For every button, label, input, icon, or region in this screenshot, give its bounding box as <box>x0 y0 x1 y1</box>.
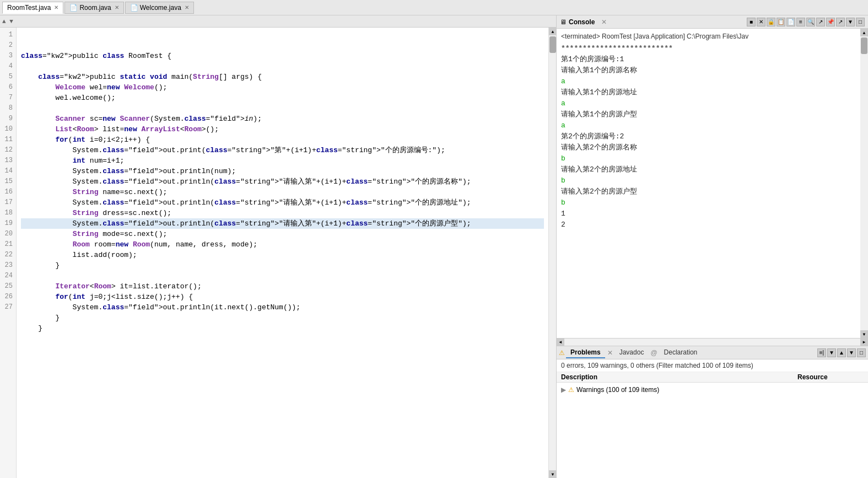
prob-btn-collapse[interactable]: ▼ <box>827 348 836 357</box>
code-line-10: System.class="field">out.print(class="st… <box>21 145 544 155</box>
line-number-21: 21 <box>3 239 13 250</box>
problems-content: ▶ ⚠ Warnings (100 of 109 items) <box>557 383 868 478</box>
prob-btn-minimize[interactable]: ▼ <box>847 348 856 357</box>
problems-summary: 0 errors, 109 warnings, 0 others (Filter… <box>557 359 868 372</box>
editor-vscrollbar[interactable]: ▲ ▼ <box>548 28 556 478</box>
tab-room-icon: 📄 <box>69 4 78 12</box>
problems-table-header: Description Resource <box>557 372 868 383</box>
code-line-17: System.class="field">out.println(class="… <box>21 218 544 229</box>
line-numbers: 1234567891011121314151617181920212223242… <box>0 28 17 478</box>
tab-room[interactable]: 📄 Room.java ✕ <box>64 2 123 14</box>
prob-btn-filter[interactable]: ≡| <box>817 348 826 357</box>
tab-welcome-close[interactable]: ✕ <box>185 4 189 10</box>
line-number-5: 5 <box>3 72 13 82</box>
console-toolbar: ■ ✕ 🔒 📋 📄 ≡ 🔍 ↗ 📌 ↗ ▼ □ <box>747 18 865 26</box>
tab-declaration[interactable]: Declaration <box>660 347 702 358</box>
line-number-19: 19 <box>3 218 13 229</box>
console-hscrollbar[interactable]: ◄ ► <box>557 338 868 346</box>
console-btn-maximize[interactable]: □ <box>856 18 865 26</box>
tab-javadoc[interactable]: Javadoc <box>615 347 649 358</box>
editor-content: 1234567891011121314151617181920212223242… <box>0 28 556 478</box>
console-scroll-track <box>860 36 868 330</box>
editor-scroll-down[interactable]: ▼ <box>549 470 556 478</box>
editor-scroll-track <box>549 35 556 470</box>
line-number-13: 13 <box>3 155 13 166</box>
console-btn-find[interactable]: 🔍 <box>806 18 815 26</box>
line-number-8: 8 <box>3 103 13 114</box>
console-scroll-thumb[interactable] <box>861 37 867 54</box>
line-number-6: 6 <box>3 82 13 93</box>
code-line-22 <box>21 271 544 281</box>
code-line-21: } <box>21 260 544 271</box>
tab-room-label: Room.java <box>79 4 111 12</box>
prob-btn-expand[interactable]: ▲ <box>837 348 846 357</box>
console-btn-go-to[interactable]: ↗ <box>816 18 825 26</box>
console-btn-open-in[interactable]: ↗ <box>836 18 845 26</box>
col-resource: Resource <box>797 373 864 381</box>
line-number-1: 1 <box>3 30 13 40</box>
console-scroll-down[interactable]: ▼ <box>860 330 868 338</box>
console-btn-select-all[interactable]: ≡ <box>796 18 805 26</box>
line-number-23: 23 <box>3 260 13 271</box>
console-btn-copy[interactable]: 📋 <box>777 18 785 26</box>
tab-problems[interactable]: Problems <box>566 347 605 358</box>
code-line-19: Room room=new Room(num, name, dress, mod… <box>21 239 544 250</box>
console-line: 第2个的房源编号:2 <box>561 131 856 142</box>
console-line: a <box>561 98 856 109</box>
console-content[interactable]: <terminated> RoomTest [Java Application]… <box>557 29 860 338</box>
line-number-15: 15 <box>3 176 13 187</box>
console-title: Console <box>569 18 595 26</box>
line-number-9: 9 <box>3 114 13 124</box>
line-number-18: 18 <box>3 208 13 218</box>
line-number-7: 7 <box>3 93 13 103</box>
line-number-2: 2 <box>3 40 13 51</box>
console-hscroll-left[interactable]: ◄ <box>557 339 564 346</box>
console-btn-clear[interactable]: ✕ <box>757 18 765 26</box>
col-description: Description <box>561 373 797 381</box>
tab-roomtest-close[interactable]: ✕ <box>54 4 58 10</box>
code-line-15: System.class="field">out.println(class="… <box>21 197 544 208</box>
console-btn-scroll-lock[interactable]: 🔒 <box>767 18 775 26</box>
console-btn-minimize[interactable]: ▼ <box>846 18 855 26</box>
tab-room-close[interactable]: ✕ <box>115 4 119 10</box>
code-line-4: Welcome wel=new Welcome(); <box>21 82 544 93</box>
line-number-10: 10 <box>3 124 13 135</box>
code-line-5: wel.welcome(); <box>21 93 544 103</box>
tab-roomtest[interactable]: RoomTest.java ✕ <box>2 2 63 14</box>
console-line: a <box>561 120 856 131</box>
console-line: a <box>561 76 856 87</box>
warning-group-row[interactable]: ▶ ⚠ Warnings (100 of 109 items) <box>561 385 864 395</box>
console-line: 2 <box>561 219 856 230</box>
prob-btn-maximize[interactable]: □ <box>857 348 866 357</box>
line-number-16: 16 <box>3 187 13 197</box>
code-line-1: class="kw2">public class RoomTest { <box>21 51 544 61</box>
editor-pane: ▲ ▼ 123456789101112131415161718192021222… <box>0 15 557 478</box>
line-number-12: 12 <box>3 145 13 155</box>
code-line-16: String dress=sc.next(); <box>21 208 544 218</box>
console-btn-stop[interactable]: ■ <box>747 18 756 26</box>
code-line-26: } <box>21 313 544 323</box>
editor-tabs-bar: RoomTest.java ✕ 📄 Room.java ✕ 📄 Welcome.… <box>0 0 868 15</box>
expand-icon[interactable]: ▶ <box>561 386 566 394</box>
tab-welcome[interactable]: 📄 Welcome.java ✕ <box>125 2 194 14</box>
console-line: 请输入第1个的房源户型 <box>561 109 856 120</box>
console-btn-pin[interactable]: 📌 <box>826 18 835 26</box>
console-scroll-up[interactable]: ▲ <box>860 29 868 36</box>
code-line-2 <box>21 61 544 72</box>
console-terminated-label: <terminated> RoomTest [Java Application]… <box>561 31 856 42</box>
editor-scroll-up[interactable]: ▲ <box>549 28 556 35</box>
console-hscroll-right[interactable]: ► <box>860 339 868 346</box>
problems-toolbar: ≡| ▼ ▲ ▼ □ <box>817 348 866 357</box>
console-vscrollbar[interactable]: ▲ ▼ <box>860 29 868 338</box>
console-btn-paste[interactable]: 📄 <box>786 18 795 26</box>
warning-icon: ⚠ <box>568 386 574 394</box>
code-line-24: for(int j=0;j<list.size();j++) { <box>21 292 544 302</box>
code-area[interactable]: class="kw2">public class RoomTest { clas… <box>17 28 548 478</box>
editor-scroll-thumb[interactable] <box>549 36 556 53</box>
code-line-25: System.class="field">out.println(it.next… <box>21 302 544 313</box>
editor-toolbar: ▲ ▼ <box>0 15 556 28</box>
code-line-12: System.class="field">out.println(num); <box>21 166 544 176</box>
console-line: 请输入第2个的房源地址 <box>561 164 856 175</box>
console-line: b <box>561 153 856 164</box>
console-line: 请输入第1个的房源地址 <box>561 87 856 98</box>
